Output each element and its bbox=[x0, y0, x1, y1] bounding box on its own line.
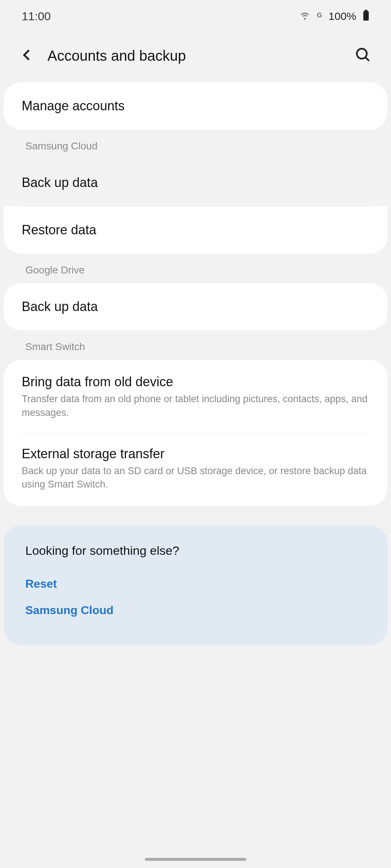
network-indicator: G bbox=[317, 12, 322, 19]
manage-accounts-card: Manage accounts bbox=[4, 82, 387, 129]
item-subtitle: Back up your data to an SD card or USB s… bbox=[22, 464, 369, 492]
item-title: Restore data bbox=[22, 222, 369, 238]
back-up-data-google-item[interactable]: Back up data bbox=[4, 283, 387, 330]
item-subtitle: Transfer data from an old phone or table… bbox=[22, 392, 369, 420]
related-title: Looking for something else? bbox=[25, 544, 366, 558]
samsung-cloud-card: Back up data Restore data bbox=[4, 159, 387, 254]
battery-icon bbox=[363, 10, 369, 23]
external-storage-item[interactable]: External storage transfer Back up your d… bbox=[4, 433, 387, 506]
section-header-samsung-cloud: Samsung Cloud bbox=[4, 129, 387, 159]
app-bar: Accounts and backup bbox=[0, 33, 391, 82]
item-title: Back up data bbox=[22, 299, 369, 314]
wifi-icon bbox=[299, 10, 310, 23]
item-title: Bring data from old device bbox=[22, 374, 369, 390]
status-bar: 11:00 G 100% bbox=[0, 0, 391, 33]
item-title: External storage transfer bbox=[22, 446, 369, 461]
status-time: 11:00 bbox=[22, 10, 51, 23]
gesture-bar[interactable] bbox=[145, 858, 246, 861]
reset-link[interactable]: Reset bbox=[25, 571, 366, 597]
smart-switch-card: Bring data from old device Transfer data… bbox=[4, 360, 387, 506]
page-title: Accounts and backup bbox=[47, 48, 342, 64]
restore-data-item[interactable]: Restore data bbox=[4, 207, 387, 254]
item-title: Manage accounts bbox=[22, 98, 369, 114]
svg-point-2 bbox=[357, 49, 367, 59]
google-drive-card: Back up data bbox=[4, 283, 387, 330]
svg-rect-0 bbox=[363, 11, 369, 20]
back-button[interactable] bbox=[20, 48, 34, 64]
svg-line-3 bbox=[365, 57, 369, 61]
battery-text: 100% bbox=[328, 10, 356, 22]
search-button[interactable] bbox=[355, 47, 371, 64]
item-title: Back up data bbox=[22, 175, 369, 190]
back-up-data-samsung-item[interactable]: Back up data bbox=[4, 159, 387, 206]
section-header-smart-switch: Smart Switch bbox=[4, 330, 387, 360]
manage-accounts-item[interactable]: Manage accounts bbox=[4, 82, 387, 129]
svg-rect-1 bbox=[365, 10, 367, 12]
related-card: Looking for something else? Reset Samsun… bbox=[4, 526, 387, 645]
bring-data-item[interactable]: Bring data from old device Transfer data… bbox=[4, 360, 387, 433]
section-header-google-drive: Google Drive bbox=[4, 254, 387, 283]
samsung-cloud-link[interactable]: Samsung Cloud bbox=[25, 597, 366, 624]
